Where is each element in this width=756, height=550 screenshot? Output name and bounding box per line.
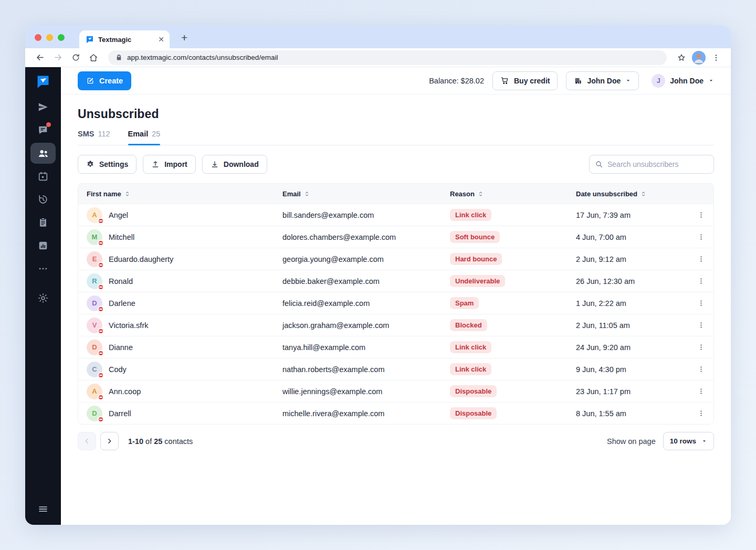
import-button[interactable]: Import bbox=[143, 155, 196, 174]
table-row[interactable]: A Ann.coop willie.jennings@example.com D… bbox=[78, 380, 713, 402]
row-menu-icon[interactable] bbox=[694, 362, 708, 377]
maximize-window-button[interactable] bbox=[58, 34, 65, 41]
contact-name: Ronald bbox=[109, 277, 133, 285]
tab-close-icon[interactable]: ✕ bbox=[158, 36, 164, 43]
contact-email: willie.jennings@example.com bbox=[282, 387, 450, 396]
minimize-window-button[interactable] bbox=[46, 34, 53, 41]
column-date-unsubscribed[interactable]: Date unsubscribed bbox=[576, 190, 688, 198]
url-field[interactable]: app.textmagic.com/contacts/unsubscribed/… bbox=[108, 50, 667, 65]
avatar: D bbox=[87, 406, 102, 421]
browser-tab[interactable]: Textmagic ✕ bbox=[79, 30, 170, 48]
row-menu-icon[interactable] bbox=[694, 274, 708, 289]
reason-badge: Link click bbox=[450, 209, 491, 221]
bookmark-star-icon[interactable] bbox=[674, 50, 689, 65]
avatar: A bbox=[87, 207, 102, 223]
table-row[interactable]: V Victoria.sfrk jackson.graham@example.c… bbox=[78, 314, 713, 336]
home-icon[interactable] bbox=[86, 50, 101, 65]
browser-menu-icon[interactable] bbox=[709, 50, 723, 65]
chevron-left-icon bbox=[83, 437, 91, 445]
contact-email: bill.sanders@example.com bbox=[282, 211, 450, 219]
row-menu-icon[interactable] bbox=[694, 252, 708, 267]
browser-tabstrip: Textmagic ✕ + bbox=[25, 25, 731, 48]
compose-icon bbox=[86, 77, 94, 85]
page-title: Unsubscribed bbox=[78, 107, 714, 121]
table-row[interactable]: C Cody nathan.roberts@example.com Link c… bbox=[78, 358, 713, 380]
row-menu-icon[interactable] bbox=[694, 208, 708, 223]
reload-icon[interactable] bbox=[68, 50, 83, 65]
buy-credit-button[interactable]: Buy credit bbox=[492, 71, 558, 90]
balance-text: Balance: $28.02 bbox=[429, 77, 484, 85]
sidebar-item-contacts[interactable] bbox=[30, 142, 56, 165]
table-row[interactable]: E Eduardo.daugherty georgia.young@exampl… bbox=[78, 248, 713, 270]
sidebar-item-calendar[interactable] bbox=[30, 165, 56, 188]
new-tab-button[interactable]: + bbox=[181, 31, 187, 44]
reason-badge: Hard bounce bbox=[450, 253, 502, 265]
table-row[interactable]: D Darlene felicia.reid@example.com Spam … bbox=[78, 292, 713, 314]
date-unsubscribed: 26 Jun, 12:30 am bbox=[576, 277, 688, 285]
tab-sms[interactable]: SMS 112 bbox=[78, 130, 110, 145]
unsubscribed-badge-icon bbox=[98, 328, 104, 334]
close-window-button[interactable] bbox=[35, 34, 41, 41]
search-input[interactable] bbox=[607, 160, 708, 168]
sidebar-item-chat[interactable] bbox=[30, 119, 56, 142]
sidebar-item-more[interactable] bbox=[30, 257, 56, 280]
row-menu-icon[interactable] bbox=[694, 406, 708, 421]
row-menu-icon[interactable] bbox=[694, 340, 708, 355]
row-menu-icon[interactable] bbox=[694, 230, 708, 245]
unsubscribed-badge-icon bbox=[98, 372, 104, 378]
contact-email: tanya.hill@example.com bbox=[282, 343, 450, 352]
row-menu-icon[interactable] bbox=[694, 318, 708, 333]
browser-profile-avatar[interactable] bbox=[692, 51, 706, 65]
notification-dot bbox=[46, 122, 51, 127]
contact-name: Mitchell bbox=[109, 233, 134, 241]
table-row[interactable]: A Angel bill.sanders@example.com Link cl… bbox=[78, 204, 713, 226]
forward-icon[interactable] bbox=[50, 50, 65, 65]
contact-name: Victoria.sfrk bbox=[109, 321, 148, 330]
gear-icon bbox=[86, 160, 94, 168]
tab-email[interactable]: Email 25 bbox=[128, 130, 161, 145]
unsubscribed-badge-icon bbox=[98, 240, 104, 246]
next-page-button[interactable] bbox=[100, 432, 119, 450]
rows-per-page-value: 10 rows bbox=[670, 437, 696, 445]
organization-icon bbox=[574, 77, 582, 85]
sidebar-logo-icon[interactable] bbox=[32, 67, 55, 96]
history-icon bbox=[30, 189, 56, 210]
sidebar-item-clipboard[interactable] bbox=[30, 211, 56, 234]
avatar: D bbox=[87, 340, 102, 355]
avatar-initial: V bbox=[92, 321, 97, 329]
table-row[interactable]: R Ronald debbie.baker@example.com Undeli… bbox=[78, 270, 713, 292]
column-reason[interactable]: Reason bbox=[450, 190, 576, 198]
sidebar-item-reports[interactable] bbox=[30, 234, 56, 257]
unsubscribed-badge-icon bbox=[98, 284, 104, 290]
settings-label: Settings bbox=[99, 160, 128, 168]
back-icon[interactable] bbox=[33, 50, 47, 65]
unsubscribed-badge-icon bbox=[98, 218, 104, 224]
table-row[interactable]: M Mitchell dolores.chambers@example.com … bbox=[78, 226, 713, 248]
account-selector-button[interactable]: John Doe bbox=[566, 71, 639, 90]
sidebar-item-settings[interactable] bbox=[30, 287, 56, 310]
contact-name: Cody bbox=[109, 365, 127, 374]
settings-button[interactable]: Settings bbox=[78, 155, 136, 174]
buy-credit-label: Buy credit bbox=[514, 77, 550, 85]
chat-icon bbox=[30, 120, 56, 141]
user-menu[interactable]: J John Doe bbox=[652, 74, 714, 88]
row-menu-icon[interactable] bbox=[694, 384, 708, 399]
row-menu-icon[interactable] bbox=[694, 296, 708, 311]
unsubscribed-badge-icon bbox=[98, 416, 104, 422]
table-row[interactable]: D Dianne tanya.hill@example.com Link cli… bbox=[78, 336, 713, 358]
column-email[interactable]: Email bbox=[282, 190, 450, 198]
sidebar-item-send[interactable] bbox=[30, 96, 56, 119]
download-button[interactable]: Download bbox=[202, 155, 267, 174]
avatar-initial: D bbox=[92, 409, 97, 417]
table-row[interactable]: D Darrell michelle.rivera@example.com Di… bbox=[78, 402, 713, 424]
create-button[interactable]: Create bbox=[78, 71, 131, 90]
date-unsubscribed: 8 Jun, 1:55 am bbox=[576, 409, 688, 418]
reason-badge: Soft bounce bbox=[450, 231, 500, 243]
date-unsubscribed: 1 Jun, 2:22 am bbox=[576, 299, 688, 308]
prev-page-button[interactable] bbox=[78, 432, 96, 450]
sidebar-item-history[interactable] bbox=[30, 188, 56, 211]
column-first-name[interactable]: First name bbox=[87, 190, 282, 198]
sidebar-collapse-button[interactable] bbox=[30, 498, 56, 521]
date-unsubscribed: 4 Jun, 7:00 am bbox=[576, 233, 688, 241]
rows-per-page-select[interactable]: 10 rows bbox=[663, 432, 714, 450]
